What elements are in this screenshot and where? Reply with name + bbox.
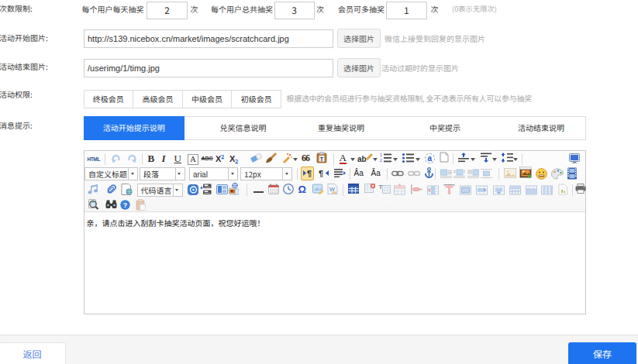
svg-text:T: T xyxy=(320,156,324,162)
svg-text:1: 1 xyxy=(380,153,382,157)
svg-text:2: 2 xyxy=(380,158,382,163)
svg-text:¶: ¶ xyxy=(307,169,312,177)
svg-text:¶: ¶ xyxy=(319,169,323,177)
svg-text:?: ? xyxy=(123,201,128,209)
